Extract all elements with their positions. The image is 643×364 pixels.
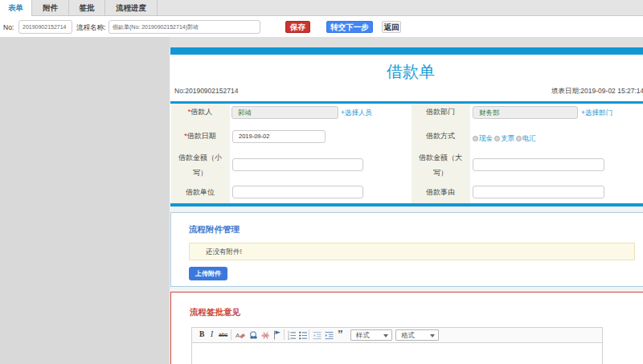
svg-text:3: 3 <box>288 337 289 340</box>
svg-text:A: A <box>235 332 240 339</box>
